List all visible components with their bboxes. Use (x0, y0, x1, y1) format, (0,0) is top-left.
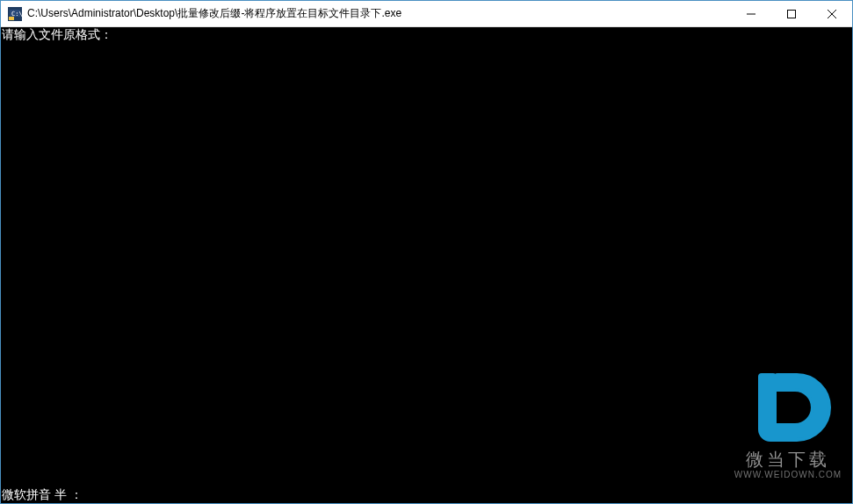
svg-text:C:\: C:\ (11, 11, 22, 18)
close-button[interactable] (812, 1, 852, 26)
minimize-button[interactable] (731, 1, 771, 26)
console-prompt-line: 请输入文件原格式： (1, 27, 852, 41)
app-icon: C:\ (8, 7, 22, 21)
titlebar[interactable]: C:\ C:\Users\Administrator\Desktop\批量修改后… (1, 1, 852, 27)
watermark-url: WWW.WEIDOWN.COM (734, 468, 842, 482)
watermark: 微当下载 WWW.WEIDOWN.COM (734, 364, 842, 482)
window-controls (731, 1, 852, 26)
svg-rect-3 (9, 17, 14, 20)
svg-rect-5 (788, 10, 796, 18)
application-window: C:\ C:\Users\Administrator\Desktop\批量修改后… (0, 0, 853, 504)
ime-status-bar: 微软拼音 半 ： (1, 487, 852, 503)
watermark-logo-icon (744, 364, 832, 451)
console-output[interactable]: 请输入文件原格式： 微软拼音 半 ： 微当下载 WWW.WEIDOWN.COM (1, 27, 852, 503)
maximize-button[interactable] (771, 1, 812, 26)
watermark-title: 微当下载 (734, 452, 842, 466)
window-title: C:\Users\Administrator\Desktop\批量修改后缀-将程… (27, 6, 731, 21)
